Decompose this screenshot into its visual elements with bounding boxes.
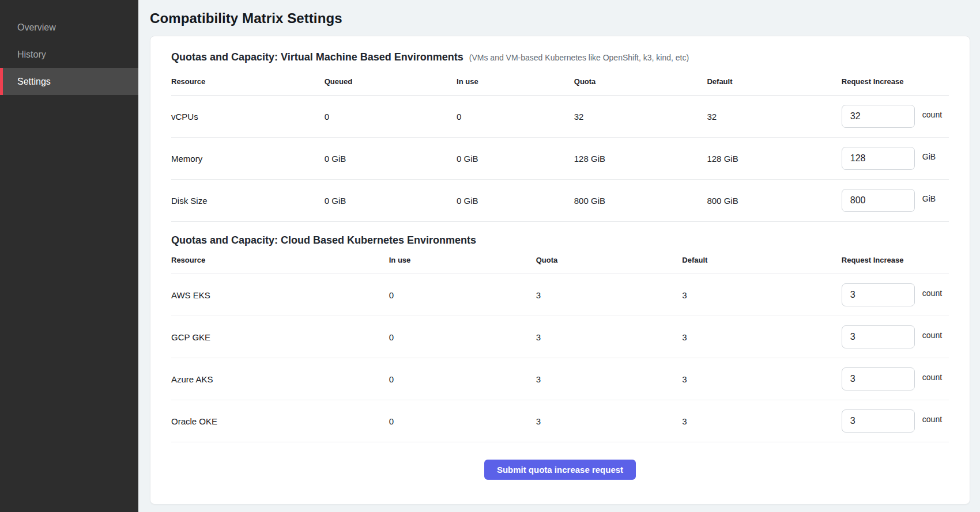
aws-eks-quota-value: 3	[536, 274, 683, 316]
table-row-memory: Memory 0 GiB 0 GiB 128 GiB 128 GiB GiB	[171, 138, 949, 180]
aws-eks-request-increase-input[interactable]	[842, 283, 915, 306]
vm-col-default: Default	[707, 70, 841, 96]
disk-size-queued-value: 0 GiB	[325, 180, 457, 222]
vcpus-queued-value: 0	[325, 96, 457, 138]
sidebar-item-overview[interactable]: Overview	[0, 14, 138, 41]
sidebar-item-history-label: History	[17, 50, 46, 60]
disk-size-in-use-value: 0 GiB	[457, 180, 574, 222]
cloud-col-request-increase: Request Increase	[842, 249, 949, 274]
vm-section-title: Quotas and Capacity: Virtual Machine Bas…	[171, 51, 463, 63]
cloud-col-resource: Resource	[171, 249, 389, 274]
cloud-col-in-use: In use	[389, 249, 536, 274]
table-row-aws-eks: AWS EKS 0 3 3 count	[171, 274, 949, 316]
table-row-azure-aks: Azure AKS 0 3 3 count	[171, 358, 949, 400]
disk-size-unit-label: GiB	[922, 194, 936, 203]
aws-eks-resource-label: AWS EKS	[171, 274, 389, 316]
vcpus-unit-label: count	[922, 110, 942, 119]
vm-section-header: Quotas and Capacity: Virtual Machine Bas…	[171, 51, 949, 63]
cloud-section-header: Quotas and Capacity: Cloud Based Kuberne…	[171, 234, 949, 246]
sidebar: Overview History Settings	[0, 0, 138, 512]
submit-quota-increase-button[interactable]: Submit quota increase request	[484, 460, 636, 480]
memory-unit-label: GiB	[922, 152, 936, 161]
table-row-vcpus: vCPUs 0 0 32 32 count	[171, 96, 949, 138]
memory-queued-value: 0 GiB	[325, 138, 457, 180]
memory-request-increase-input[interactable]	[842, 147, 915, 170]
disk-size-default-value: 800 GiB	[707, 180, 841, 222]
vcpus-in-use-value: 0	[457, 96, 574, 138]
vm-col-resource: Resource	[171, 70, 325, 96]
azure-aks-in-use-value: 0	[389, 358, 536, 400]
disk-size-resource-label: Disk Size	[171, 180, 325, 222]
vm-col-queued: Queued	[325, 70, 457, 96]
azure-aks-default-value: 3	[682, 358, 842, 400]
vm-section-subtitle: (VMs and VM-based Kubernetes like OpenSh…	[469, 53, 689, 62]
oracle-oke-request-increase-input[interactable]	[842, 409, 915, 433]
table-row-oracle-oke: Oracle OKE 0 3 3 count	[171, 400, 949, 442]
cloud-quota-table: Resource In use Quota Default Request In…	[171, 249, 949, 442]
memory-quota-value: 128 GiB	[574, 138, 707, 180]
azure-aks-resource-label: Azure AKS	[171, 358, 389, 400]
gcp-gke-request-increase-input[interactable]	[842, 325, 915, 348]
gcp-gke-unit-label: count	[922, 331, 942, 340]
memory-default-value: 128 GiB	[707, 138, 841, 180]
table-row-disk-size: Disk Size 0 GiB 0 GiB 800 GiB 800 GiB Gi…	[171, 180, 949, 222]
main-content: Compatibility Matrix Settings Quotas and…	[138, 0, 980, 512]
quotas-card: Quotas and Capacity: Virtual Machine Bas…	[150, 36, 970, 505]
oracle-oke-unit-label: count	[922, 415, 942, 424]
vm-col-request-increase: Request Increase	[842, 70, 949, 96]
oracle-oke-default-value: 3	[682, 400, 842, 442]
oracle-oke-in-use-value: 0	[389, 400, 536, 442]
cloud-section-title: Quotas and Capacity: Cloud Based Kuberne…	[171, 234, 476, 246]
table-row-gcp-gke: GCP GKE 0 3 3 count	[171, 316, 949, 358]
gcp-gke-in-use-value: 0	[389, 316, 536, 358]
vm-table-header-row: Resource Queued In use Quota Default Req…	[171, 70, 949, 96]
azure-aks-unit-label: count	[922, 373, 942, 382]
page-title: Compatibility Matrix Settings	[150, 10, 970, 26]
vcpus-quota-value: 32	[574, 96, 707, 138]
sidebar-item-overview-label: Overview	[17, 22, 56, 33]
vcpus-request-increase-input[interactable]	[842, 105, 915, 128]
vm-quota-table: Resource Queued In use Quota Default Req…	[171, 70, 949, 222]
oracle-oke-resource-label: Oracle OKE	[171, 400, 389, 442]
aws-eks-in-use-value: 0	[389, 274, 536, 316]
gcp-gke-quota-value: 3	[536, 316, 683, 358]
oracle-oke-quota-value: 3	[536, 400, 683, 442]
memory-in-use-value: 0 GiB	[457, 138, 574, 180]
sidebar-item-settings-label: Settings	[17, 77, 51, 87]
azure-aks-quota-value: 3	[536, 358, 683, 400]
cloud-col-quota: Quota	[536, 249, 683, 274]
vcpus-default-value: 32	[707, 96, 841, 138]
sidebar-item-history[interactable]: History	[0, 41, 138, 68]
disk-size-quota-value: 800 GiB	[574, 180, 707, 222]
submit-row: Submit quota increase request	[171, 442, 949, 480]
gcp-gke-resource-label: GCP GKE	[171, 316, 389, 358]
aws-eks-default-value: 3	[682, 274, 842, 316]
vm-col-quota: Quota	[574, 70, 707, 96]
gcp-gke-default-value: 3	[682, 316, 842, 358]
sidebar-item-settings[interactable]: Settings	[0, 68, 138, 95]
disk-size-request-increase-input[interactable]	[842, 189, 915, 212]
app-window: Overview History Settings Compatibility …	[0, 0, 980, 512]
memory-resource-label: Memory	[171, 138, 325, 180]
vcpus-resource-label: vCPUs	[171, 96, 325, 138]
azure-aks-request-increase-input[interactable]	[842, 367, 915, 390]
cloud-table-header-row: Resource In use Quota Default Request In…	[171, 249, 949, 274]
cloud-col-default: Default	[682, 249, 842, 274]
aws-eks-unit-label: count	[922, 289, 942, 298]
vm-col-in-use: In use	[457, 70, 574, 96]
